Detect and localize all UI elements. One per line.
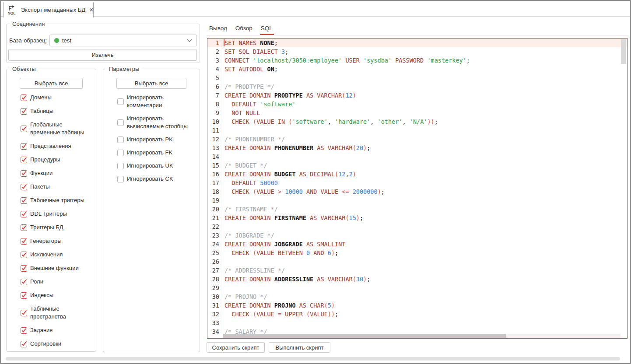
code-line[interactable]: 10 CHECK (VALUE IN ('software', 'hardwar…: [207, 117, 627, 126]
object-item-16[interactable]: Задания: [21, 326, 94, 334]
object-item-12[interactable]: Внешние функции: [21, 264, 94, 272]
code-line[interactable]: 4SET AUTODDL ON;: [207, 65, 627, 74]
checked-checkbox[interactable]: [21, 341, 27, 347]
code-line[interactable]: 3CONNECT 'localhost/3050:employee' USER …: [207, 56, 627, 65]
code-line[interactable]: 23/* JOBGRADE */: [207, 231, 627, 240]
unchecked-checkbox[interactable]: [117, 136, 124, 143]
code-line[interactable]: 5: [207, 74, 627, 82]
save-script-button[interactable]: Сохранить скрипт: [207, 342, 265, 353]
sample-db-label: База-образец:: [9, 37, 47, 44]
code-line[interactable]: 32 CHECK (VALUE = UPPER (VALUE));: [207, 310, 627, 318]
code-line[interactable]: 1SET NAMES NONE;: [207, 38, 627, 47]
parameter-item-3[interactable]: Игнорировать FK: [117, 149, 198, 157]
code-text: CREATE DOMAIN PRODTYPE AS VARCHAR(12): [223, 91, 356, 100]
object-item-7[interactable]: Табличные триггеры: [21, 196, 94, 204]
code-line[interactable]: 16CREATE DOMAIN BUDGET AS DECIMAL(12,2): [207, 170, 627, 178]
checked-checkbox[interactable]: [21, 238, 27, 245]
objects-select-all-button[interactable]: Выбрать все: [20, 78, 83, 89]
tab-export-metadata[interactable]: SQL Экспорт метаданных БД ×: [3, 2, 94, 18]
page-horizontal-scrollbar[interactable]: [6, 357, 620, 360]
unchecked-checkbox[interactable]: [117, 98, 124, 105]
code-line[interactable]: 24CREATE DOMAIN JOBGRADE AS SMALLINT: [207, 240, 627, 248]
code-line[interactable]: 27/* ADDRESSLINE */: [207, 266, 627, 275]
object-item-13[interactable]: Роли: [21, 278, 94, 286]
object-item-10[interactable]: Генераторы: [21, 237, 94, 245]
checked-checkbox[interactable]: [21, 224, 27, 231]
code-line[interactable]: 30/* PROJNO */: [207, 292, 627, 301]
checked-checkbox[interactable]: [21, 310, 27, 316]
parameters-select-all-button[interactable]: Выбрать все: [116, 78, 186, 89]
code-line[interactable]: 11: [207, 126, 627, 135]
code-line[interactable]: 18 CHECK (VALUE > 10000 AND VALUE <= 200…: [207, 187, 627, 196]
checked-checkbox[interactable]: [21, 184, 27, 190]
checked-checkbox[interactable]: [21, 327, 27, 334]
code-line[interactable]: 17 DEFAULT 50000: [207, 178, 627, 187]
code-line[interactable]: 26: [207, 257, 627, 266]
object-item-9[interactable]: Триггеры БД: [21, 224, 94, 231]
unchecked-checkbox[interactable]: [117, 163, 124, 169]
editor-horizontal-scrollbar[interactable]: [223, 334, 620, 338]
run-script-button[interactable]: Выполнить скрипт: [269, 342, 330, 353]
checked-checkbox[interactable]: [21, 126, 27, 132]
code-line[interactable]: 14: [207, 152, 627, 161]
checked-checkbox[interactable]: [21, 197, 27, 204]
unchecked-checkbox[interactable]: [117, 150, 124, 156]
code-line[interactable]: 8 DEFAULT 'software': [207, 100, 627, 108]
close-icon[interactable]: ×: [88, 7, 94, 13]
extract-button[interactable]: Извлечь: [8, 49, 197, 61]
code-line[interactable]: 9 NOT NULL: [207, 108, 627, 117]
parameter-item-5[interactable]: Игнорировать CK: [117, 175, 198, 183]
parameter-item-0[interactable]: Игнорировать комментарии: [117, 94, 198, 109]
editor-vertical-scrollbar[interactable]: [621, 39, 626, 64]
object-item-4[interactable]: Процедуры: [21, 156, 94, 164]
checked-checkbox[interactable]: [21, 108, 27, 115]
code-line[interactable]: 21CREATE DOMAIN FIRSTNAME AS VARCHAR(15)…: [207, 214, 627, 222]
object-item-6[interactable]: Пакеты: [21, 183, 94, 191]
checked-checkbox[interactable]: [21, 157, 27, 163]
object-item-2[interactable]: Глобальные временные таблицы: [21, 121, 94, 136]
code-line[interactable]: 2SET SQL DIALECT 3;: [207, 47, 627, 56]
checkbox-label: Игнорировать UK: [127, 162, 173, 170]
editor-tab-вывод[interactable]: Вывод: [209, 25, 227, 34]
code-line[interactable]: 6/* PRODTYPE */: [207, 82, 627, 91]
checked-checkbox[interactable]: [21, 292, 27, 299]
code-line[interactable]: 33: [207, 318, 627, 327]
object-item-14[interactable]: Индексы: [21, 291, 94, 299]
sql-editor[interactable]: 1SET NAMES NONE;2SET SQL DIALECT 3;3CONN…: [207, 38, 627, 339]
checked-checkbox[interactable]: [21, 279, 27, 285]
object-item-5[interactable]: Функции: [21, 169, 94, 177]
checked-checkbox[interactable]: [21, 143, 27, 150]
code-line[interactable]: 15/* BUDGET */: [207, 161, 627, 170]
checked-checkbox[interactable]: [21, 94, 27, 101]
editor-tab-обзор[interactable]: Обзор: [235, 25, 252, 34]
code-line[interactable]: 25 CHECK (VALUE BETWEEN 0 AND 6);: [207, 248, 627, 257]
parameter-item-4[interactable]: Игнорировать UK: [117, 162, 198, 170]
object-item-11[interactable]: Исключения: [21, 251, 94, 259]
object-item-17[interactable]: Сортировки: [21, 340, 94, 348]
object-item-3[interactable]: Представления: [21, 142, 94, 150]
object-item-15[interactable]: Табличные пространства: [21, 305, 94, 321]
code-line[interactable]: 20/* FIRSTNAME */: [207, 205, 627, 214]
checked-checkbox[interactable]: [21, 252, 27, 258]
object-item-1[interactable]: Таблицы: [21, 107, 94, 115]
object-item-0[interactable]: Домены: [21, 94, 94, 102]
code-line[interactable]: 13CREATE DOMAIN PHONENUMBER AS VARCHAR(2…: [207, 144, 627, 152]
code-line[interactable]: 31CREATE DOMAIN PROJNO AS CHAR(5): [207, 301, 627, 310]
parameter-item-1[interactable]: Игнорировать вычисляемые столбцы: [117, 115, 198, 130]
code-line[interactable]: 28CREATE DOMAIN ADDRESSLINE AS VARCHAR(3…: [207, 275, 627, 284]
parameter-item-2[interactable]: Игнорировать PK: [117, 136, 198, 144]
sample-db-combobox[interactable]: test: [49, 35, 197, 46]
object-item-8[interactable]: DDL Триггеры: [21, 210, 94, 218]
code-line[interactable]: 12/* PHONENUMBER */: [207, 135, 627, 144]
checked-checkbox[interactable]: [21, 170, 27, 177]
unchecked-checkbox[interactable]: [117, 176, 124, 182]
code-line[interactable]: 29: [207, 284, 627, 292]
code-line[interactable]: 19: [207, 196, 627, 205]
code-line[interactable]: 7CREATE DOMAIN PRODTYPE AS VARCHAR(12): [207, 91, 627, 100]
editor-tab-sql[interactable]: SQL: [261, 25, 273, 34]
editor-hscroll-thumb[interactable]: [223, 334, 506, 338]
checked-checkbox[interactable]: [21, 265, 27, 272]
unchecked-checkbox[interactable]: [117, 119, 124, 126]
checked-checkbox[interactable]: [21, 211, 27, 217]
code-line[interactable]: 22: [207, 222, 627, 231]
